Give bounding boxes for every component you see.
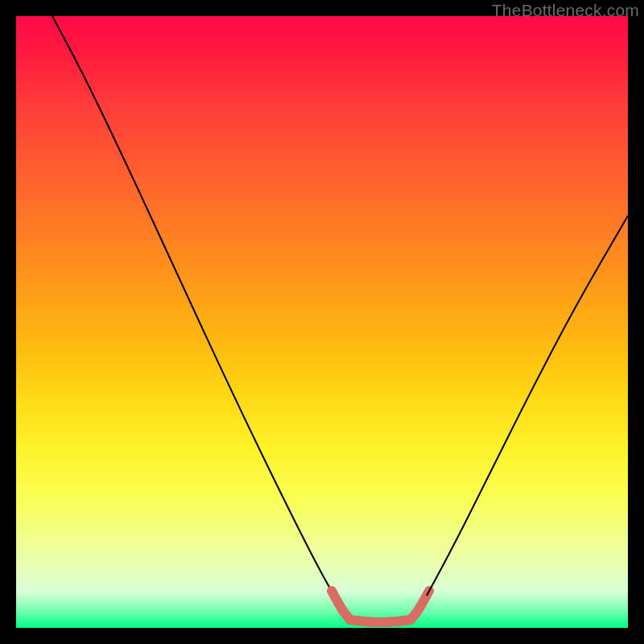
- curve-layer: [16, 16, 628, 628]
- series-bottom-thick-segment: [350, 620, 411, 622]
- plot-area: [16, 16, 628, 628]
- chart-frame: TheBottleneck.com: [0, 0, 644, 644]
- series-right-curve: [427, 216, 628, 596]
- series-left-curve: [52, 16, 334, 596]
- series-left-thick-segment: [332, 591, 350, 620]
